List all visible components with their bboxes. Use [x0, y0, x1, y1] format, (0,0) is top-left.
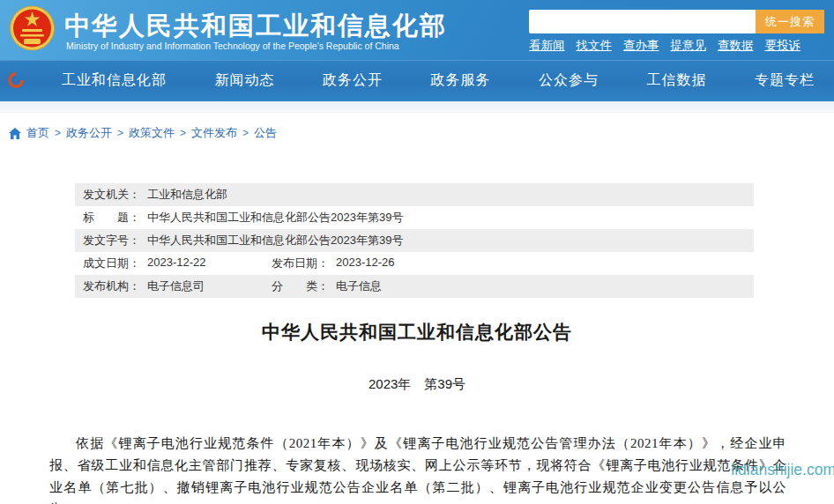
nav-items: 工业和信息化部 新闻动态 政务公开 政务服务 公众参与 工信数据 专题专栏 [62, 60, 815, 101]
meta-value: 2023-12-26 [336, 256, 395, 271]
nav-item-public-participation[interactable]: 公众参与 [539, 71, 599, 90]
breadcrumb-separator: > [180, 127, 186, 139]
home-icon[interactable] [9, 128, 21, 139]
meta-label: 标 题： [83, 210, 140, 226]
table-row: 发布机构： 电子信息司 分 类： 电子信息 [75, 275, 754, 298]
site-title: 中华人民共和国工业和信息化部 [64, 9, 447, 44]
table-row: 发文字号： 中华人民共和国工业和信息化部公告2023年第39号 [75, 229, 754, 252]
meta-label: 成文日期： [83, 256, 140, 271]
quick-link-data[interactable]: 查数据 [718, 38, 754, 54]
header-quick-links: 看新闻 找文件 查办事 提意见 查数据 要投诉 [529, 38, 800, 54]
nav-item-industry-data[interactable]: 工信数据 [647, 71, 707, 90]
meta-value: 中华人民共和国工业和信息化部公告2023年第39号 [147, 233, 403, 248]
nav-item-special-topics[interactable]: 专题专栏 [755, 71, 815, 90]
quick-link-documents[interactable]: 找文件 [577, 38, 613, 54]
quick-link-news[interactable]: 看新闻 [529, 38, 565, 54]
quick-link-services[interactable]: 查办事 [623, 38, 659, 54]
meta-document-number: 发文字号： 中华人民共和国工业和信息化部公告2023年第39号 [83, 233, 403, 248]
meta-issuing-agency: 发文机关： 工业和信息化部 [83, 187, 227, 203]
breadcrumb-home[interactable]: 首页 [26, 125, 49, 141]
meta-label: 发布日期： [272, 256, 329, 271]
meta-written-date: 成文日期： 2023-12-22 [83, 256, 272, 271]
quick-link-feedback[interactable]: 提意见 [671, 38, 707, 54]
miit-logo-icon [7, 71, 25, 89]
search-box: 统一搜索 [529, 10, 824, 33]
document-meta-table: 发文机关： 工业和信息化部 标 题： 中华人民共和国工业和信息化部公告2023年… [75, 183, 754, 298]
quick-link-complaint[interactable]: 要投诉 [765, 38, 801, 54]
breadcrumb-announcement[interactable]: 公告 [254, 125, 277, 141]
site-subtitle: Ministry of Industry and Information Tec… [66, 41, 399, 51]
meta-value: 电子信息司 [147, 278, 205, 294]
breadcrumb-separator: > [242, 127, 249, 139]
nav-item-gov-services[interactable]: 政务服务 [431, 71, 491, 90]
nav-item-miit[interactable]: 工业和信息化部 [62, 71, 167, 90]
breadcrumb-gov-affairs[interactable]: 政务公开 [66, 125, 112, 141]
search-input[interactable] [529, 10, 756, 33]
announcement-body-paragraph: 依据《锂离子电池行业规范条件（2021年本）》及《锂离子电池行业规范公告管理办法… [49, 433, 786, 504]
unified-search-button[interactable]: 统一搜索 [756, 10, 824, 33]
meta-value: 中华人民共和国工业和信息化部公告2023年第39号 [147, 210, 403, 226]
breadcrumb: 首页 > 政务公开 > 政策文件 > 文件发布 > 公告 [9, 125, 277, 141]
meta-value: 工业和信息化部 [147, 187, 227, 203]
page: 中华人民共和国工业和信息化部 Ministry of Industry and … [0, 0, 834, 504]
meta-title: 标 题： 中华人民共和国工业和信息化部公告2023年第39号 [83, 210, 403, 226]
meta-label: 发布机构： [83, 278, 140, 294]
meta-label: 发文机关： [83, 187, 140, 203]
table-row: 标 题： 中华人民共和国工业和信息化部公告2023年第39号 [75, 206, 754, 229]
meta-publish-date: 发布日期： 2023-12-26 [272, 256, 395, 271]
meta-category: 分 类： 电子信息 [272, 278, 382, 294]
nav-item-news[interactable]: 新闻动态 [215, 71, 275, 90]
main-nav: 工业和信息化部 新闻动态 政务公开 政务服务 公众参与 工信数据 专题专栏 [0, 60, 834, 101]
meta-label: 分 类： [272, 278, 329, 294]
meta-value: 2023-12-22 [147, 256, 206, 271]
announcement-issue-number: 2023年 第39号 [0, 376, 834, 393]
national-emblem-icon [9, 3, 56, 56]
announcement-title: 中华人民共和国工业和信息化部公告 [0, 320, 834, 345]
meta-publishing-agency: 发布机构： 电子信息司 [83, 278, 272, 294]
breadcrumb-separator: > [117, 127, 123, 139]
breadcrumb-policy-documents[interactable]: 政策文件 [129, 125, 175, 141]
meta-value: 电子信息 [336, 278, 382, 294]
site-watermark: lidianshijie.com [731, 461, 834, 479]
nav-sub-strip [0, 101, 834, 113]
breadcrumb-separator: > [55, 127, 61, 139]
site-header: 中华人民共和国工业和信息化部 Ministry of Industry and … [0, 0, 834, 60]
table-row: 发文机关： 工业和信息化部 [75, 183, 754, 206]
meta-label: 发文字号： [83, 233, 140, 248]
table-row: 成文日期： 2023-12-22 发布日期： 2023-12-26 [75, 252, 754, 275]
nav-item-gov-affairs[interactable]: 政务公开 [323, 71, 383, 90]
breadcrumb-document-release[interactable]: 文件发布 [191, 125, 237, 141]
